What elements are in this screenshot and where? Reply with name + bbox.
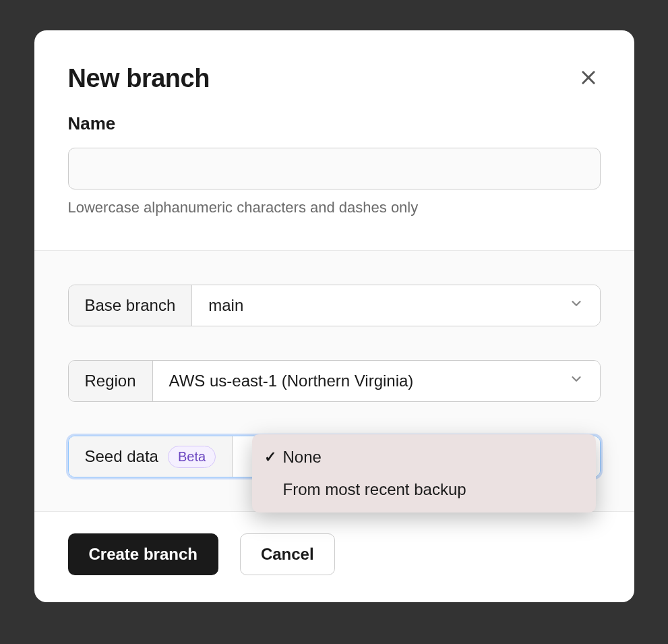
base-branch-select[interactable]: main [192, 285, 599, 326]
check-icon: ✓ [264, 448, 283, 466]
region-label: Region [69, 361, 153, 401]
settings-section: Base branch main Region AWS us-east-1 (N… [34, 250, 634, 512]
base-branch-row: Base branch main [68, 285, 601, 326]
name-section: Name Lowercase alphanumeric characters a… [34, 113, 634, 250]
seed-option-label: None [283, 448, 322, 467]
beta-badge: Beta [168, 446, 216, 468]
base-branch-label: Base branch [69, 285, 193, 326]
modal-header: New branch [34, 30, 634, 113]
seed-option-none[interactable]: ✓ None [252, 441, 596, 473]
name-help-text: Lowercase alphanumeric characters and da… [68, 199, 601, 216]
seed-data-wrapper: Seed data Beta ✓ None [68, 436, 601, 477]
seed-data-dropdown: ✓ None From most recent backup [252, 434, 596, 513]
base-branch-value: main [208, 296, 243, 315]
name-input[interactable] [68, 148, 601, 189]
seed-option-label: From most recent backup [283, 480, 466, 499]
region-select[interactable]: AWS us-east-1 (Northern Virginia) [153, 361, 600, 401]
seed-option-backup[interactable]: From most recent backup [252, 473, 596, 506]
modal-footer: Create branch Cancel [34, 512, 634, 602]
region-row: Region AWS us-east-1 (Northern Virginia) [68, 360, 601, 402]
create-branch-button[interactable]: Create branch [68, 533, 218, 575]
chevron-down-icon [569, 372, 584, 390]
region-value: AWS us-east-1 (Northern Virginia) [169, 372, 414, 390]
close-icon [579, 68, 598, 89]
seed-data-label: Seed data Beta [69, 436, 233, 477]
modal-title: New branch [68, 64, 210, 93]
seed-data-label-text: Seed data [85, 447, 158, 466]
cancel-button[interactable]: Cancel [240, 533, 335, 575]
chevron-down-icon [569, 296, 584, 315]
close-button[interactable] [576, 65, 601, 92]
name-label: Name [68, 113, 601, 134]
new-branch-modal: New branch Name Lowercase alphanumeric c… [34, 30, 634, 602]
